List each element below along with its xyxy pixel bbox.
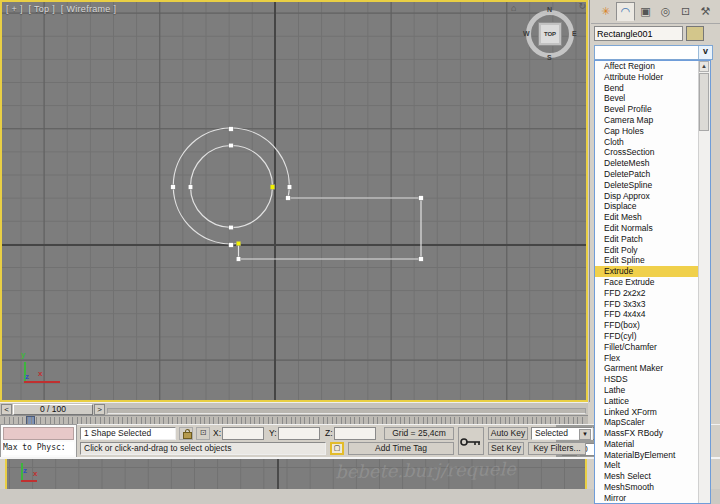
- time-slider-bar: < 0 / 100 >: [0, 402, 588, 416]
- viewcube[interactable]: ⌂ ↻ N S E W TOP: [524, 8, 576, 60]
- listener-text[interactable]: Max to Physc:: [3, 442, 74, 455]
- panel-tab-hierarchy[interactable]: ▣: [636, 2, 655, 21]
- modifier-option-flex[interactable]: Flex: [595, 353, 699, 364]
- modifier-option-cloth[interactable]: Cloth: [595, 137, 699, 148]
- set-key-mode-button[interactable]: [458, 427, 484, 455]
- modifier-option-material[interactable]: Material: [595, 439, 699, 450]
- key-filters-button[interactable]: Key Filters...: [528, 442, 586, 455]
- modifier-option-hsds[interactable]: HSDS: [595, 374, 699, 385]
- modifier-option-meshsmooth[interactable]: MeshSmooth: [595, 482, 699, 493]
- viewport-top[interactable]: [ + ] [ Top ] [ Wireframe ] ⌂ ↻ N S E W …: [0, 0, 588, 402]
- y-coord-field[interactable]: [278, 427, 320, 440]
- add-time-tag[interactable]: Add Time Tag: [348, 442, 454, 455]
- modifier-option-lathe[interactable]: Lathe: [595, 385, 699, 396]
- modifier-option-face-extrude[interactable]: Face Extrude: [595, 277, 699, 288]
- modifier-option-lattice[interactable]: Lattice: [595, 396, 699, 407]
- compass-south[interactable]: S: [547, 54, 552, 61]
- y-coord-label: Y:: [269, 427, 277, 440]
- prev-frame-button[interactable]: <: [1, 404, 12, 415]
- selection-status-text: 1 Shape Selected: [81, 428, 151, 438]
- dropdown-scrollbar[interactable]: ▲: [698, 61, 710, 503]
- time-slider-track[interactable]: [107, 408, 586, 414]
- modifier-option-edit-normals[interactable]: Edit Normals: [595, 223, 699, 234]
- home-icon[interactable]: ⌂: [511, 3, 516, 13]
- viewport-menu-shading[interactable]: [ Wireframe ]: [61, 4, 116, 14]
- modifier-option-attribute-holder[interactable]: Attribute Holder: [595, 72, 699, 83]
- modifier-option-edit-mesh[interactable]: Edit Mesh: [595, 212, 699, 223]
- scroll-up-arrow-icon[interactable]: ▲: [699, 61, 709, 72]
- selection-lock-toggle[interactable]: [179, 427, 193, 440]
- selection-status: 1 Shape Selected: [80, 427, 176, 440]
- modifier-option-edit-poly[interactable]: Edit Poly: [595, 245, 699, 256]
- panel-tab-motion[interactable]: ◎: [656, 2, 675, 21]
- auto-key-button[interactable]: Auto Key: [488, 427, 528, 440]
- modifier-option-bend[interactable]: Bend: [595, 83, 699, 94]
- maxscript-mini-listener[interactable]: Max to Physc:: [0, 424, 77, 458]
- modifier-option-mirror[interactable]: Mirror: [595, 493, 699, 503]
- key-icon: [460, 436, 482, 448]
- modifier-option-extrude[interactable]: Extrude: [595, 266, 699, 277]
- orbit-arrow-icon[interactable]: ↻: [578, 1, 586, 11]
- modifier-option-disp-approx[interactable]: Disp Approx: [595, 191, 699, 202]
- modifier-option-linked-xform[interactable]: Linked XForm: [595, 407, 699, 418]
- viewport-front-partial[interactable]: z x bebete.burj/requele: [5, 459, 587, 489]
- time-slider-handle[interactable]: 0 / 100: [13, 404, 93, 415]
- z-coord-field[interactable]: [334, 427, 376, 440]
- panel-tab-display[interactable]: ⊡: [676, 2, 695, 21]
- tripod2-z-label: z: [23, 466, 27, 475]
- set-key-button[interactable]: Set Key: [488, 442, 524, 455]
- modifier-option-deletepatch[interactable]: DeletePatch: [595, 169, 699, 180]
- tripod2-x-label: x: [33, 469, 37, 478]
- tripod2-x-axis: [21, 480, 37, 482]
- modifier-option-massfx-rbody[interactable]: MassFX RBody: [595, 428, 699, 439]
- modifier-option-ffd-cyl-[interactable]: FFD(cyl): [595, 331, 699, 342]
- spline-shape[interactable]: [0, 0, 588, 402]
- key-filter-scope-dropdown[interactable]: Selected ▾: [531, 427, 593, 440]
- modifier-option-mapscaler[interactable]: MapScaler: [595, 417, 699, 428]
- compass-north[interactable]: N: [547, 6, 552, 13]
- combobox-arrow-icon[interactable]: v: [698, 46, 712, 59]
- panel-tab-utilities[interactable]: ⚒: [696, 2, 715, 21]
- command-panel-tabs: ✳◠▣◎⊡⚒: [591, 0, 720, 24]
- modifier-option-melt[interactable]: Melt: [595, 460, 699, 471]
- modifier-option-deletespline[interactable]: DeleteSpline: [595, 180, 699, 191]
- modifier-option-ffd-4x4x4[interactable]: FFD 4x4x4: [595, 309, 699, 320]
- modifier-option-crosssection[interactable]: CrossSection: [595, 147, 699, 158]
- modifier-option-displace[interactable]: Displace: [595, 201, 699, 212]
- modifier-option-mesh-select[interactable]: Mesh Select: [595, 471, 699, 482]
- chevron-down-icon[interactable]: ▾: [579, 429, 591, 440]
- next-frame-button[interactable]: >: [94, 404, 105, 415]
- viewport-menu-view[interactable]: [ Top ]: [29, 4, 55, 14]
- modifier-option-ffd-3x3x3[interactable]: FFD 3x3x3: [595, 299, 699, 310]
- object-name-field[interactable]: [594, 26, 683, 41]
- modifier-option-materialbyelement[interactable]: MaterialByElement: [595, 450, 699, 461]
- listener-macro-row[interactable]: [3, 427, 74, 440]
- modifier-option-ffd-box-[interactable]: FFD(box): [595, 320, 699, 331]
- panel-tab-modify[interactable]: ◠: [616, 2, 635, 21]
- absolute-mode-toggle[interactable]: ⊡: [196, 427, 210, 440]
- compass-west[interactable]: W: [523, 30, 530, 37]
- panel-tab-create[interactable]: ✳: [596, 2, 615, 21]
- key-filter-scope-value: Selected: [532, 428, 568, 438]
- modifier-option-edit-patch[interactable]: Edit Patch: [595, 234, 699, 245]
- modifier-option-camera-map[interactable]: Camera Map: [595, 115, 699, 126]
- modifier-option-deletemesh[interactable]: DeleteMesh: [595, 158, 699, 169]
- modifier-option-ffd-2x2x2[interactable]: FFD 2x2x2: [595, 288, 699, 299]
- scrollbar-thumb[interactable]: [699, 73, 709, 131]
- modifier-dropdown-list: Affect RegionAttribute HolderBendBevelBe…: [594, 60, 711, 504]
- viewport-menu-general[interactable]: [ + ]: [6, 4, 23, 14]
- modifier-option-bevel-profile[interactable]: Bevel Profile: [595, 104, 699, 115]
- modifier-option-bevel[interactable]: Bevel: [595, 93, 699, 104]
- compass-east[interactable]: E: [572, 30, 577, 37]
- modifier-list-combobox[interactable]: v: [594, 45, 713, 60]
- x-coord-field[interactable]: [222, 427, 264, 440]
- modifier-option-affect-region[interactable]: Affect Region: [595, 61, 699, 72]
- modifier-option-edit-spline[interactable]: Edit Spline: [595, 255, 699, 266]
- modifier-option-garment-maker[interactable]: Garment Maker: [595, 363, 699, 374]
- modifier-option-cap-holes[interactable]: Cap Holes: [595, 126, 699, 137]
- modifier-option-fillet-chamfer[interactable]: Fillet/Chamfer: [595, 342, 699, 353]
- isolate-selection-toggle[interactable]: ▢: [330, 442, 344, 455]
- object-color-swatch[interactable]: [686, 26, 704, 41]
- watermark-text: bebete.burj/requele: [335, 459, 587, 482]
- viewcube-top-face[interactable]: TOP: [538, 22, 562, 46]
